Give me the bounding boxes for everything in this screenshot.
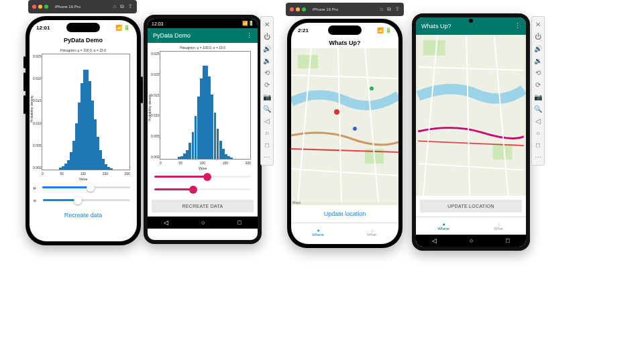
- recreate-button[interactable]: RECREATE DATA: [152, 200, 254, 213]
- back-icon[interactable]: ◁: [264, 117, 270, 125]
- mu-slider[interactable]: [42, 186, 130, 188]
- volume-up-icon[interactable]: 🔊: [534, 45, 542, 52]
- overflow-icon[interactable]: ⋮: [246, 32, 252, 39]
- rotate-left-icon[interactable]: ⟲: [535, 69, 541, 76]
- close-icon[interactable]: ✕: [264, 21, 270, 28]
- y-ticks: 0.0000.0050.0100.0150.0200.025: [33, 54, 41, 170]
- svg-rect-1: [298, 55, 318, 68]
- svg-rect-6: [418, 35, 523, 196]
- home-icon[interactable]: ○: [536, 129, 540, 137]
- app-bar: PyData Demo⋮: [148, 28, 258, 43]
- tab-what[interactable]: ☆What: [471, 217, 526, 235]
- update-location-button[interactable]: Update location: [291, 205, 398, 223]
- mu-slider[interactable]: [154, 176, 251, 178]
- iphone-pydata: 12:01 📶 🔋 PyData Demo Histogram: μ = 100…: [25, 16, 141, 245]
- page-title: Whats Up?: [291, 38, 398, 48]
- more-icon[interactable]: ⋯: [264, 154, 270, 161]
- map-credit: Maps: [292, 200, 301, 204]
- rotate-right-icon[interactable]: ⟳: [535, 81, 541, 88]
- home-icon[interactable]: ○: [265, 129, 269, 137]
- map-view[interactable]: Maps: [291, 48, 398, 205]
- home-icon[interactable]: ⌂: [113, 3, 116, 10]
- svg-rect-7: [423, 40, 445, 56]
- update-location-button[interactable]: UPDATE LOCATION: [420, 200, 522, 213]
- camera-icon[interactable]: 📷: [263, 93, 271, 101]
- rotate-right-icon[interactable]: ⟳: [264, 81, 270, 88]
- map-view[interactable]: [416, 35, 526, 196]
- emulator-toolbar-2[interactable]: ✕ ⏻ 🔊 🔉 ⟲ ⟳ 📷 🔍 ◁ ○ □ ⋯: [531, 16, 545, 166]
- android-map: Whats Up?⋮ UPDATE LOCATION ★Where ☆What …: [412, 13, 530, 251]
- tab-what[interactable]: ☆What: [345, 223, 398, 241]
- histogram-chart: Histogram: μ = 100.0, σ = 15.0 Probabili…: [148, 43, 258, 170]
- svg-point-5: [370, 86, 374, 90]
- android-nav-bar[interactable]: ◁○□: [148, 217, 258, 229]
- overview-icon[interactable]: □: [265, 141, 269, 149]
- xcode-titlebar-2[interactable]: iPhone 16 Pro ⌂⧉⇪: [286, 3, 404, 16]
- iphone-map: 2:21📶 🔋 Whats Up? Maps Update location ★…: [287, 19, 402, 248]
- android-pydata: 12:03📶 🔋 PyData Demo⋮ Histogram: μ = 100…: [144, 15, 262, 244]
- svg-point-4: [353, 127, 357, 131]
- more-icon[interactable]: ⋯: [535, 154, 541, 161]
- power-icon[interactable]: ⏻: [535, 33, 541, 40]
- histogram-chart: Histogram: μ = 100.0, σ = 15.0 Probabili…: [30, 46, 137, 181]
- svg-rect-0: [291, 48, 398, 202]
- tab-where[interactable]: ★Where: [416, 217, 471, 235]
- app-title: PyData Demo: [153, 32, 191, 39]
- emulator-toolbar-1[interactable]: ✕ ⏻ 🔊 🔉 ⟲ ⟳ 📷 🔍 ◁ ○ □ ⋯: [260, 16, 274, 166]
- tab-bar: ★Where ☆What: [291, 223, 398, 241]
- volume-down-icon[interactable]: 🔉: [534, 57, 542, 64]
- back-icon: ◁: [164, 219, 168, 226]
- device-name: iPhone 16 Pro: [55, 5, 80, 9]
- rotate-left-icon[interactable]: ⟲: [264, 69, 270, 76]
- android-status-bar: 12:03📶 🔋: [148, 19, 258, 28]
- back-icon[interactable]: ◁: [535, 117, 541, 125]
- chart-title: Histogram: μ = 100.0, σ = 15.0: [32, 48, 134, 52]
- zoom-icon[interactable]: 🔍: [534, 105, 542, 113]
- zoom-icon[interactable]: 🔍: [263, 105, 271, 113]
- status-icons: 📶 🔋: [115, 25, 130, 31]
- android-nav-bar[interactable]: ◁○□: [416, 235, 526, 247]
- overview-icon[interactable]: □: [536, 141, 540, 149]
- camera-icon[interactable]: 📷: [534, 93, 542, 101]
- overflow-icon[interactable]: ⋮: [515, 23, 521, 29]
- recents-icon: □: [237, 219, 241, 226]
- sigma-slider[interactable]: [154, 188, 251, 190]
- star-icon: ☆: [370, 228, 374, 233]
- svg-point-3: [334, 109, 339, 115]
- clock: 12:01: [36, 25, 50, 31]
- home-icon: ○: [201, 219, 205, 226]
- power-icon[interactable]: ⏻: [264, 33, 270, 40]
- star-icon: ★: [317, 228, 320, 233]
- map-svg: [291, 48, 398, 202]
- xcode-titlebar-1[interactable]: iPhone 16 Pro ⌂⧉⇪: [28, 0, 137, 13]
- x-ticks: 050100150200: [42, 172, 130, 176]
- dynamic-island: [66, 23, 100, 32]
- capture-icon[interactable]: ⧉: [120, 3, 124, 10]
- volume-down-icon[interactable]: 🔉: [263, 57, 271, 64]
- recreate-button[interactable]: Recreate data: [30, 206, 137, 224]
- traffic-lights[interactable]: [32, 5, 48, 9]
- close-icon[interactable]: ✕: [535, 21, 541, 28]
- tab-where[interactable]: ★Where: [291, 223, 345, 241]
- svg-rect-8: [493, 144, 513, 160]
- share-icon[interactable]: ⇪: [128, 3, 133, 10]
- tab-bar: ★Where ☆What: [416, 217, 526, 235]
- volume-up-icon[interactable]: 🔊: [263, 45, 271, 52]
- sigma-slider[interactable]: [43, 199, 130, 201]
- page-title: PyData Demo: [30, 35, 137, 46]
